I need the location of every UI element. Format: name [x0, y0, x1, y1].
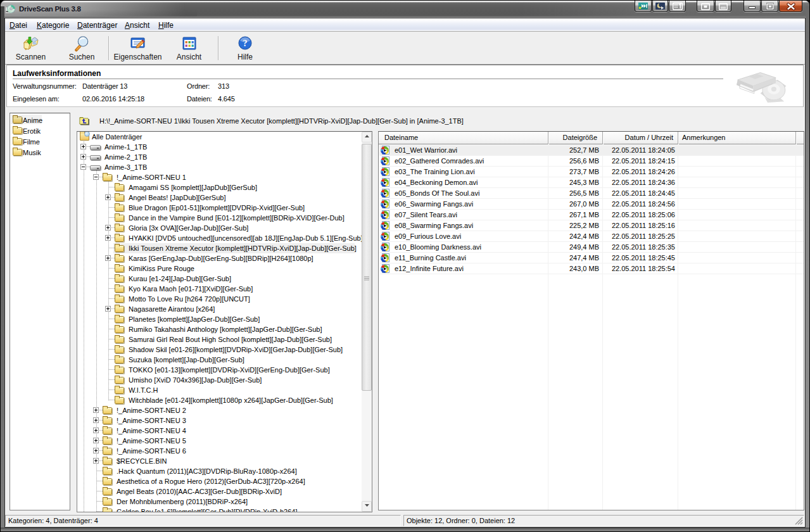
svg-text:?: ? — [243, 39, 248, 48]
